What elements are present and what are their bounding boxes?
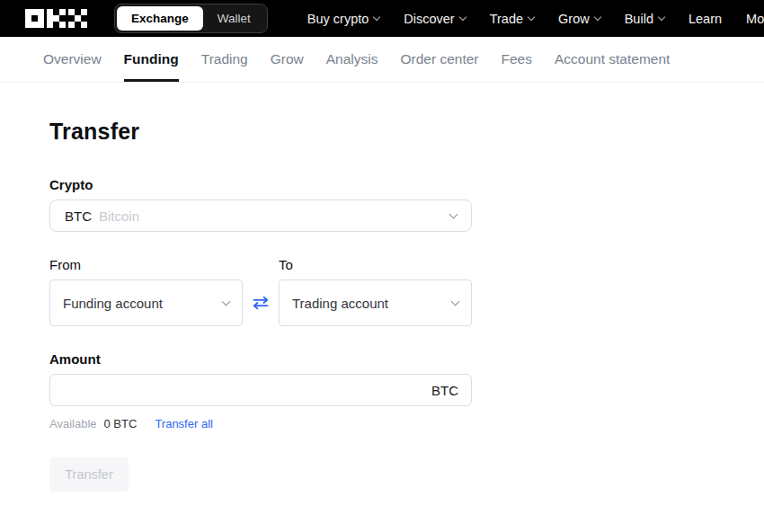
amount-input-box: BTC [49, 374, 472, 406]
chevron-down-icon [458, 13, 466, 21]
chevron-down-icon [449, 209, 458, 218]
product-toggle: Exchange Wallet [114, 4, 268, 33]
to-account-select[interactable]: Trading account [279, 279, 472, 326]
tab-analysis[interactable]: Analysis [326, 37, 378, 82]
chevron-down-icon [658, 13, 665, 21]
top-navbar: Exchange Wallet Buy crypto Discover Trad… [0, 0, 764, 37]
available-row: Available 0 BTC Transfer all [49, 417, 521, 430]
transfer-submit-button[interactable]: Transfer [49, 457, 129, 492]
available-label: Available [49, 417, 97, 430]
nav-item-more[interactable]: More [746, 12, 764, 26]
tab-grow[interactable]: Grow [271, 37, 304, 82]
chevron-down-icon [373, 13, 380, 21]
nav-item-label: Buy crypto [307, 12, 369, 26]
nav-item-label: Discover [404, 12, 454, 26]
from-label: From [49, 257, 243, 272]
okx-logo[interactable] [25, 9, 87, 28]
from-account-select[interactable]: Funding account [49, 279, 243, 326]
tab-fees[interactable]: Fees [502, 37, 532, 82]
tab-account-statement[interactable]: Account statement [555, 37, 670, 82]
nav-item-build[interactable]: Build [625, 12, 664, 26]
tab-order-center[interactable]: Order center [400, 37, 478, 82]
amount-unit: BTC [431, 383, 458, 398]
nav-item-label: Trade [490, 12, 523, 26]
transfer-page: Transfer Crypto BTC Bitcoin From Funding… [0, 83, 521, 492]
available-balance: 0 BTC [104, 417, 138, 430]
amount-field: Amount BTC Available 0 BTC Transfer all [49, 351, 521, 430]
crypto-symbol: BTC [65, 208, 92, 224]
nav-item-label: Grow [558, 12, 590, 26]
tab-overview[interactable]: Overview [43, 37, 102, 82]
swap-arrows-icon [252, 296, 270, 310]
toggle-exchange[interactable]: Exchange [117, 6, 203, 31]
from-to-row: From Funding account To Trading account [49, 257, 521, 326]
to-account-value: Trading account [292, 296, 388, 311]
navbar-menu: Buy crypto Discover Trade Grow Build Lea… [307, 12, 764, 26]
page-title: Transfer [49, 119, 521, 145]
chevron-down-icon [451, 297, 460, 306]
chevron-down-icon [593, 13, 600, 21]
amount-label: Amount [49, 351, 521, 367]
nav-item-buy-crypto[interactable]: Buy crypto [307, 12, 380, 26]
nav-item-label: Build [625, 12, 653, 26]
okx-logo-x-glyph [68, 9, 87, 28]
nav-item-label: Learn [688, 12, 722, 26]
nav-item-learn[interactable]: Learn [688, 12, 722, 26]
from-column: From Funding account [49, 257, 243, 326]
to-label: To [279, 257, 472, 272]
tab-funding[interactable]: Funding [124, 37, 179, 82]
okx-logo-o-glyph [25, 9, 44, 28]
from-account-value: Funding account [63, 296, 163, 311]
nav-item-grow[interactable]: Grow [558, 12, 600, 26]
nav-item-discover[interactable]: Discover [404, 12, 465, 26]
crypto-label: Crypto [49, 177, 521, 192]
nav-item-trade[interactable]: Trade [490, 12, 534, 26]
chevron-down-icon [528, 13, 535, 21]
crypto-field: Crypto BTC Bitcoin [49, 177, 521, 232]
toggle-wallet[interactable]: Wallet [203, 6, 265, 31]
nav-item-label: More [746, 12, 764, 26]
amount-input[interactable] [63, 383, 422, 398]
transfer-all-link[interactable]: Transfer all [155, 417, 213, 430]
chevron-down-icon [222, 297, 231, 306]
crypto-name: Bitcoin [99, 208, 139, 224]
tab-trading[interactable]: Trading [201, 37, 248, 82]
swap-accounts-button[interactable] [243, 279, 279, 326]
account-subnav: Overview Funding Trading Grow Analysis O… [0, 37, 764, 83]
to-column: To Trading account [279, 257, 472, 326]
crypto-select[interactable]: BTC Bitcoin [49, 200, 472, 232]
okx-logo-k-glyph [47, 9, 66, 28]
